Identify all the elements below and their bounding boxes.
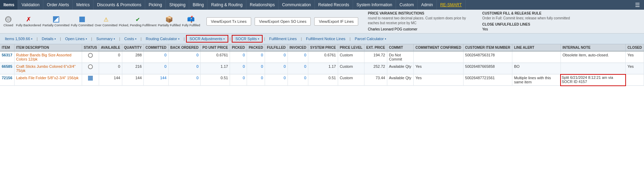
cell-closed: Yes bbox=[626, 51, 644, 63]
toolbar-info: PRICE VARIANCE INSTRUCTIONS round to nea… bbox=[368, 11, 642, 32]
nav-item-related-records[interactable]: Related Records bbox=[315, 0, 353, 10]
sub-tab-routing-calculator[interactable]: Routing Calculator • bbox=[143, 36, 182, 42]
cell-line-alert: Multiple lines with this same item bbox=[512, 74, 561, 86]
cell-po-unit-price: 0.51 bbox=[201, 74, 230, 86]
cell-quantity: 144 bbox=[122, 74, 143, 86]
nav-item-validation[interactable]: Validation bbox=[18, 0, 43, 10]
cell-quantity: 216 bbox=[122, 63, 143, 74]
cell-packed[interactable]: 0 bbox=[247, 63, 265, 74]
nav-item-custom[interactable]: Custom bbox=[396, 0, 417, 10]
status-square-icon bbox=[88, 76, 93, 81]
cell-status bbox=[82, 63, 99, 74]
status-fully-committed: Fully Committed bbox=[71, 16, 94, 27]
cell-customer-item-number: 50026487721561 bbox=[463, 74, 512, 86]
close-unfulfilled-block: CLOSE UNFULFILLED LINES bbox=[482, 22, 570, 27]
cell-system-price: 0.6761 bbox=[308, 51, 338, 63]
view-export-if-lines-button[interactable]: View/Export IF Lines bbox=[314, 17, 358, 26]
col-header-invoiced: INVOICED bbox=[288, 44, 308, 51]
table-header-row: ITEM ITEM DESCRIPTION STATUS AVAILABLE Q… bbox=[0, 44, 644, 51]
cell-item[interactable]: 72156 bbox=[0, 74, 14, 86]
items-table-container: ITEM ITEM DESCRIPTION STATUS AVAILABLE Q… bbox=[0, 44, 644, 86]
sub-tab-costs[interactable]: Costs • bbox=[122, 36, 139, 42]
cell-item[interactable]: 66585 bbox=[0, 63, 14, 74]
cell-committed[interactable]: 144 bbox=[144, 74, 169, 86]
cell-committed[interactable]: 0 bbox=[144, 51, 169, 63]
cell-commitment-confirmed bbox=[414, 51, 463, 63]
sub-tab-fulfillment-notice-lines[interactable]: Fulfillment Notice Lines bbox=[303, 36, 348, 42]
sub-tab-fulfillment-lines[interactable]: Fulfillment Lines bbox=[266, 36, 299, 42]
col-header-description: ITEM DESCRIPTION bbox=[14, 44, 82, 51]
nav-item-items[interactable]: Items bbox=[0, 0, 18, 10]
sub-tab-items[interactable]: Items 1,509.66 • bbox=[2, 36, 35, 42]
col-header-available: AVAILABLE bbox=[99, 44, 122, 51]
cell-committed[interactable]: 0 bbox=[144, 63, 169, 74]
cell-price-level: Custom bbox=[338, 51, 364, 63]
cell-back-ordered[interactable]: 0 bbox=[168, 63, 201, 74]
picked-pending-icon: ✔ bbox=[134, 16, 141, 23]
nav-item-system-information[interactable]: System Information bbox=[353, 0, 396, 10]
nav-item-discounts[interactable]: Discounts & Promotions bbox=[94, 0, 145, 10]
col-header-ext-price: EXT. PRICE bbox=[364, 44, 387, 51]
cell-commitment-confirmed: Yes bbox=[414, 63, 463, 74]
status-fully-fulfilled: 📫 Fully Fulfilled bbox=[182, 16, 200, 27]
fill-release-title: CUSTOMER FILL & RELEASE RULE bbox=[482, 11, 570, 16]
hamburger-menu-icon[interactable]: ☰ bbox=[631, 0, 644, 10]
sub-tab-open-lines[interactable]: Open Lines • bbox=[62, 36, 90, 42]
col-header-status: STATUS bbox=[82, 44, 99, 51]
nav-item-communication[interactable]: Communication bbox=[279, 0, 315, 10]
nav-item-metrics[interactable]: Metrics bbox=[73, 0, 94, 10]
status-partially-committed: Partially Committed bbox=[43, 16, 70, 27]
cell-fulfilled[interactable]: 0 bbox=[265, 63, 288, 74]
price-variance-title: PRICE VARIANCE INSTRUCTIONS bbox=[368, 11, 472, 16]
cell-fulfilled[interactable]: 0 bbox=[265, 74, 288, 86]
cell-back-ordered[interactable]: 0 bbox=[168, 74, 201, 86]
nav-item-picking[interactable]: Picking bbox=[145, 0, 166, 10]
cell-ext-price: 194.72 bbox=[364, 51, 387, 63]
nav-item-billing[interactable]: Billing bbox=[189, 0, 208, 10]
nav-item-resmart[interactable]: RE-SMART bbox=[437, 0, 466, 10]
view-export-tx-lines-button[interactable]: View/Export Tx Lines bbox=[206, 17, 251, 26]
col-header-system-price: SYSTEM PRICE bbox=[308, 44, 338, 51]
nav-item-rating[interactable]: Rating & Routing bbox=[208, 0, 246, 10]
sub-tab-summary[interactable]: Summary • bbox=[94, 36, 118, 42]
cell-packed[interactable]: 0 bbox=[247, 51, 265, 63]
cell-picked[interactable]: 0 bbox=[230, 63, 247, 74]
sub-tab-socr-splits[interactable]: SOCR Splits • bbox=[232, 35, 263, 43]
col-header-commit: COMMIT bbox=[387, 44, 414, 51]
close-unfulfilled-value: Yes bbox=[482, 27, 570, 32]
cell-invoiced[interactable]: 0 bbox=[288, 63, 308, 74]
sub-tab-socr-adjustments[interactable]: SOCR Adjustments • bbox=[186, 35, 228, 43]
partially-committed-icon bbox=[53, 16, 60, 23]
cell-customer-item-number: 50026487563178 bbox=[463, 51, 512, 63]
cell-packed[interactable]: 0 bbox=[247, 74, 265, 86]
status-circle-icon bbox=[88, 53, 93, 58]
view-export-open-so-lines-button[interactable]: View/Export Open SO Lines bbox=[255, 17, 311, 26]
cell-invoiced[interactable]: 0 bbox=[288, 51, 308, 63]
cell-back-ordered[interactable]: 0 bbox=[168, 51, 201, 63]
cell-fulfilled[interactable]: 0 bbox=[265, 51, 288, 63]
sub-tab-parcel-calculator[interactable]: Parcel Calculator • bbox=[352, 36, 389, 42]
close-unfulfilled-title: CLOSE UNFULFILLED LINES bbox=[482, 22, 530, 26]
cell-picked[interactable]: 0 bbox=[230, 74, 247, 86]
table-row: 66585 Craft Sticks Jumbo Colored 6"x3/4"… bbox=[0, 63, 644, 74]
cell-status bbox=[82, 51, 99, 63]
col-header-back-ordered: BACK ORDERED bbox=[168, 44, 201, 51]
nav-item-relationships[interactable]: Relationships bbox=[246, 0, 279, 10]
status-picked-pending: ✔ Picked, Pending Fulfillment bbox=[119, 16, 157, 27]
cell-ext-price: 252.72 bbox=[364, 63, 387, 74]
col-header-commitment-confirmed: COMMITMENT CONFIRMED bbox=[414, 44, 463, 51]
nav-item-admin[interactable]: Admin bbox=[418, 0, 437, 10]
status-fully-backordered: ✗ Fully Backordered bbox=[16, 16, 41, 27]
nav-item-shipping[interactable]: Shipping bbox=[166, 0, 189, 10]
nav-item-order-alerts[interactable]: Order Alerts bbox=[43, 0, 73, 10]
customer-name: Charles Leonard POG customer bbox=[368, 27, 472, 32]
cell-po-unit-price: 1.17 bbox=[201, 63, 230, 74]
col-header-fulfilled: FULFILLED bbox=[265, 44, 288, 51]
col-header-committed: COMMITTED bbox=[144, 44, 169, 51]
cell-available: 0 bbox=[99, 51, 122, 63]
cell-commit: Do Not Commit bbox=[387, 51, 414, 63]
cell-invoiced[interactable]: 0 bbox=[288, 74, 308, 86]
cell-item[interactable]: 56317 bbox=[0, 51, 14, 63]
sub-tab-details[interactable]: Details • bbox=[39, 36, 59, 42]
cell-picked[interactable]: 0 bbox=[230, 51, 247, 63]
